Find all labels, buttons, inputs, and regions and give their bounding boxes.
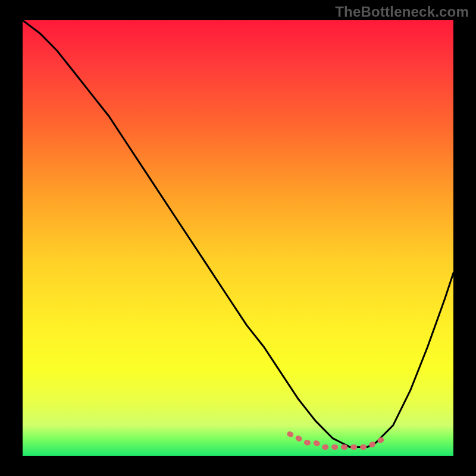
bottleneck-curve-path: [23, 20, 453, 447]
watermark-text: TheBottleneck.com: [335, 4, 469, 20]
plot-area: [23, 20, 453, 456]
chart-svg: [23, 20, 453, 456]
chart-frame: TheBottleneck.com: [0, 0, 476, 476]
